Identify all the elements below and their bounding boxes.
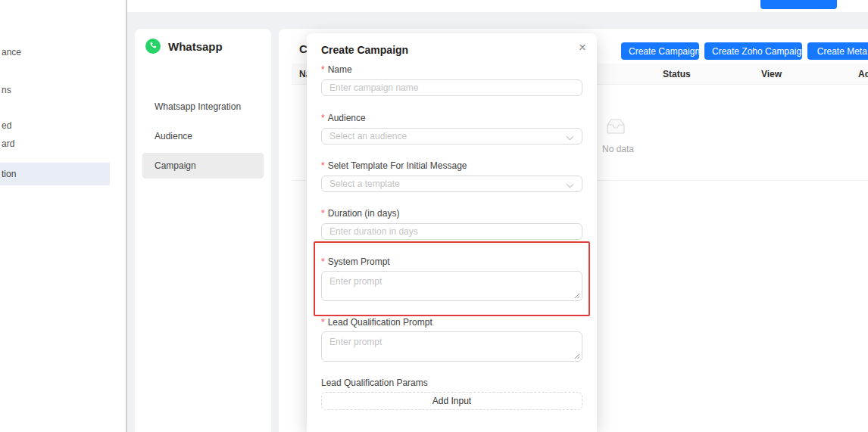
- left-sidebar: ance ns ed ard tion: [0, 0, 126, 432]
- required-asterisk: *: [321, 160, 325, 171]
- top-right-button[interactable]: [760, 0, 837, 9]
- whatsapp-panel: Whatsapp Whatsapp Integration Audience C…: [135, 29, 271, 432]
- add-input-button[interactable]: Add Input: [321, 392, 582, 410]
- menu-item-label: Audience: [155, 131, 192, 141]
- sidebar-item-label: ard: [2, 138, 14, 149]
- whatsapp-icon: [145, 39, 161, 54]
- required-asterisk: *: [321, 64, 325, 75]
- lead-qualification-prompt-textarea[interactable]: [321, 331, 582, 362]
- template-field-label: * Selet Template For Initial Message: [321, 160, 467, 171]
- sidebar-item[interactable]: ns: [0, 79, 110, 101]
- required-asterisk: *: [321, 317, 325, 328]
- create-campaign-modal: Create Campaign × * Name * Audience Sele…: [307, 33, 597, 432]
- system-prompt-field-label: * System Prompt: [321, 256, 390, 267]
- sidebar-item[interactable]: ance: [0, 41, 110, 64]
- sidebar-item-label: ed: [2, 120, 11, 131]
- duration-field-label: * Duration (in days): [321, 208, 399, 219]
- required-asterisk: *: [321, 208, 325, 219]
- campaign-name-input[interactable]: [321, 79, 582, 96]
- lead-qualification-params-label: Lead Qualification Params: [321, 378, 428, 388]
- column-header-action: Actio: [858, 64, 868, 85]
- duration-input[interactable]: [321, 223, 582, 240]
- modal-title: Create Campaign: [321, 44, 408, 56]
- chevron-down-icon: [567, 181, 574, 188]
- create-meta-lead-button[interactable]: Create Meta Lea: [807, 42, 868, 60]
- close-icon[interactable]: ×: [579, 41, 586, 54]
- template-select[interactable]: Select a template: [321, 176, 582, 192]
- menu-item-audience[interactable]: Audience: [142, 123, 264, 149]
- menu-item-campaign[interactable]: Campaign: [142, 153, 264, 179]
- required-asterisk: *: [321, 256, 325, 267]
- audience-field-label: * Audience: [321, 113, 366, 123]
- empty-inbox-icon: [604, 117, 627, 139]
- sidebar-item-label: ance: [2, 47, 21, 57]
- sidebar-item-label: tion: [2, 169, 16, 179]
- lead-qualification-prompt-label: * Lead Qualification Prompt: [321, 317, 432, 328]
- audience-select[interactable]: Select an audience: [321, 128, 582, 145]
- menu-item-label: Whatsapp Integration: [155, 101, 241, 112]
- menu-item-whatsapp-integration[interactable]: Whatsapp Integration: [142, 94, 264, 120]
- menu-item-label: Campaign: [155, 160, 196, 171]
- system-prompt-textarea[interactable]: [321, 271, 582, 301]
- empty-state-text: No data: [602, 144, 634, 154]
- column-header-status: Status: [663, 64, 691, 85]
- sidebar-item[interactable]: ard: [0, 132, 110, 155]
- sidebar-item-selected[interactable]: tion: [0, 163, 110, 185]
- create-campaign-button[interactable]: Create Campaign: [621, 42, 699, 60]
- sidebar-item-label: ns: [2, 85, 11, 95]
- create-zoho-campaign-button[interactable]: Create Zoho Campaign: [704, 42, 802, 60]
- name-field-label: * Name: [321, 64, 352, 75]
- required-asterisk: *: [321, 113, 325, 123]
- system-prompt-textarea-wrap: [321, 271, 582, 301]
- column-header-view: View: [761, 64, 782, 85]
- select-placeholder: Select a template: [329, 179, 400, 189]
- whatsapp-panel-title: Whatsapp: [168, 40, 223, 53]
- lead-qualification-prompt-wrap: [321, 331, 582, 362]
- select-placeholder: Select an audience: [329, 131, 407, 141]
- chevron-down-icon: [567, 133, 574, 141]
